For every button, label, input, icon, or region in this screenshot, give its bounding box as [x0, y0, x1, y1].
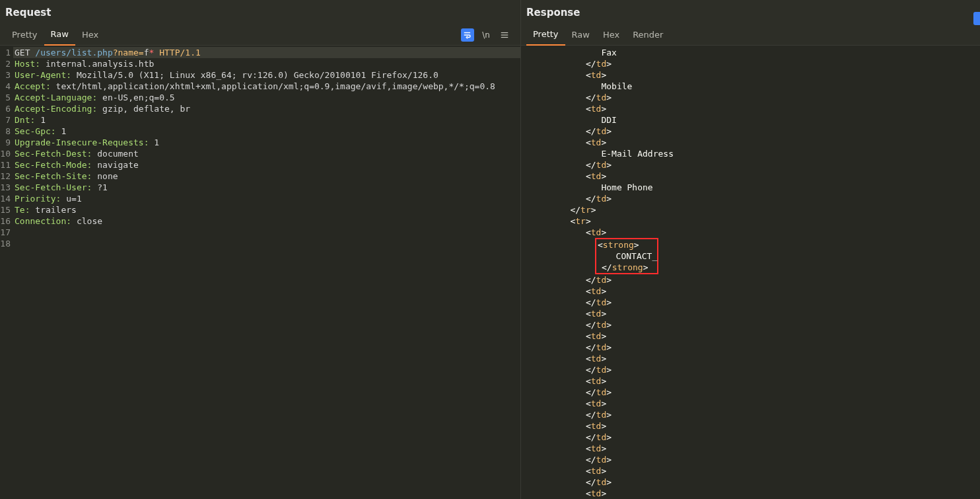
- code-content: <td>: [521, 375, 980, 387]
- tab-response-pretty[interactable]: Pretty: [526, 25, 565, 46]
- newline-icon[interactable]: \n: [479, 28, 493, 42]
- code-line: 17: [0, 227, 520, 238]
- code-content: Sec-Fetch-Mode: navigate: [13, 159, 520, 171]
- response-line: </td>: [521, 409, 980, 420]
- code-line: 16Connection: close: [0, 215, 520, 227]
- response-line: </td>: [521, 319, 980, 330]
- response-line: Mobile: [521, 81, 980, 92]
- request-title: Request: [5, 7, 515, 19]
- code-content: <td>: [521, 465, 980, 477]
- response-line: </td>: [521, 159, 980, 171]
- response-line: </tr>: [521, 204, 980, 215]
- code-content: [13, 238, 520, 249]
- code-content: </td>: [521, 409, 980, 420]
- line-number: 18: [0, 238, 13, 249]
- highlight-box: <strong>CONTACT_</strong>: [595, 238, 658, 274]
- code-content: Connection: close: [13, 215, 520, 227]
- code-content: Accept-Encoding: gzip, deflate, br: [13, 103, 520, 114]
- code-content: <td>: [521, 69, 980, 81]
- line-number: 9: [0, 137, 13, 148]
- response-line: <td>: [521, 375, 980, 387]
- tab-request-hex[interactable]: Hex: [75, 26, 105, 45]
- code-content: </tr>: [521, 204, 980, 215]
- line-number: 4: [0, 81, 13, 92]
- response-line: Home Phone: [521, 182, 980, 193]
- tab-request-pretty[interactable]: Pretty: [5, 26, 44, 45]
- wrap-icon[interactable]: [461, 28, 474, 42]
- response-line: DDI: [521, 114, 980, 126]
- code-line: 5Accept-Language: en-US,en;q=0.5: [0, 92, 520, 103]
- request-editor[interactable]: 1GET /users/list.php?name=f* HTTP/1.12Ho…: [0, 46, 520, 499]
- code-line: 18: [0, 238, 520, 249]
- code-content: <td>: [521, 286, 980, 297]
- code-line: 8Sec-Gpc: 1: [0, 126, 520, 137]
- code-content: </td>: [521, 297, 980, 308]
- code-line: 14Priority: u=1: [0, 193, 520, 204]
- tab-response-render[interactable]: Render: [626, 26, 670, 45]
- response-line: </td>: [521, 454, 980, 465]
- code-content: <td>: [521, 330, 980, 342]
- code-content: Sec-Fetch-Site: none: [13, 171, 520, 182]
- response-line: <td>: [521, 137, 980, 148]
- response-line: E-Mail Address: [521, 148, 980, 159]
- response-line: </td>: [521, 477, 980, 488]
- code-content: Accept-Language: en-US,en;q=0.5: [13, 92, 520, 103]
- code-content: Te: trailers: [13, 204, 520, 215]
- code-line: 11Sec-Fetch-Mode: navigate: [0, 159, 520, 171]
- line-number: 12: [0, 171, 13, 182]
- code-content: <td>: [521, 420, 980, 432]
- code-content: <td>: [521, 308, 980, 319]
- code-content: <td>: [521, 227, 980, 238]
- code-content: Upgrade-Insecure-Requests: 1: [13, 137, 520, 148]
- line-number: 7: [0, 114, 13, 126]
- response-line: <td>: [521, 171, 980, 182]
- response-line: <td>: [521, 308, 980, 319]
- response-line: <td>: [521, 488, 980, 499]
- code-content: </td>: [521, 92, 980, 103]
- code-content: </td>: [521, 159, 980, 171]
- menu-icon[interactable]: [498, 28, 511, 42]
- response-line: <td>: [521, 353, 980, 364]
- code-content: <td>: [521, 103, 980, 114]
- code-line: 7Dnt: 1: [0, 114, 520, 126]
- line-number: 13: [0, 182, 13, 193]
- code-line: 4Accept: text/html,application/xhtml+xml…: [0, 81, 520, 92]
- tab-response-raw[interactable]: Raw: [565, 26, 596, 45]
- code-content: </td>: [521, 319, 980, 330]
- code-content: </td>: [521, 126, 980, 137]
- response-line: <td>: [521, 286, 980, 297]
- code-content: Dnt: 1: [13, 114, 520, 126]
- response-header: Response: [521, 0, 980, 22]
- response-line: </td>: [521, 92, 980, 103]
- code-content: Sec-Fetch-Dest: document: [13, 148, 520, 159]
- response-line: </td>: [521, 387, 980, 398]
- code-line: 6Accept-Encoding: gzip, deflate, br: [0, 103, 520, 114]
- request-tabbar: Pretty Raw Hex \n: [0, 22, 520, 46]
- response-line: <tr>: [521, 215, 980, 227]
- tab-request-raw[interactable]: Raw: [44, 25, 75, 46]
- line-number: 17: [0, 227, 13, 238]
- corner-badge-icon[interactable]: [973, 12, 980, 25]
- code-content: Home Phone: [521, 182, 980, 193]
- tab-response-hex[interactable]: Hex: [596, 26, 626, 45]
- response-line: </td>: [521, 58, 980, 69]
- response-line: <td>: [521, 465, 980, 477]
- code-content: Host: internal.analysis.htb: [13, 58, 520, 69]
- code-content: </td>: [521, 342, 980, 353]
- response-line: <td>: [521, 69, 980, 81]
- line-number: 3: [0, 69, 13, 81]
- code-line: 13Sec-Fetch-User: ?1: [0, 182, 520, 193]
- code-line: 9Upgrade-Insecure-Requests: 1: [0, 137, 520, 148]
- line-number: 14: [0, 193, 13, 204]
- code-line: 3User-Agent: Mozilla/5.0 (X11; Linux x86…: [0, 69, 520, 81]
- line-number: 2: [0, 58, 13, 69]
- code-line: 15Te: trailers: [0, 204, 520, 215]
- line-number: 15: [0, 204, 13, 215]
- line-number: 8: [0, 126, 13, 137]
- response-editor[interactable]: Fax </td> <td> Mobile </td> <td> DDI </t…: [521, 46, 980, 499]
- response-tabbar: Pretty Raw Hex Render: [521, 22, 980, 46]
- response-line: </td>: [521, 432, 980, 443]
- code-line: 12Sec-Fetch-Site: none: [0, 171, 520, 182]
- code-content: </td>: [521, 274, 980, 286]
- response-line: </td>: [521, 274, 980, 286]
